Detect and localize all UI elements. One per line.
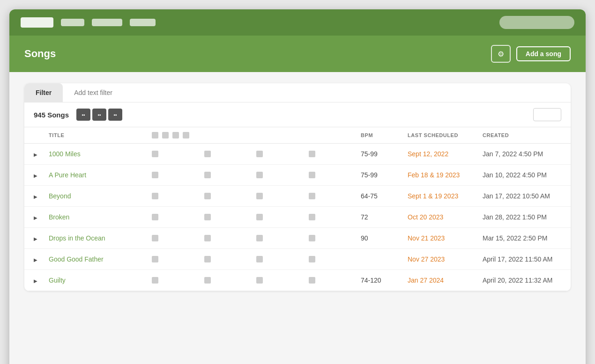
expand-arrow-a-pure-heart[interactable]: ▶ (34, 173, 37, 178)
tab-add-text-filter[interactable]: Add text filter (63, 83, 124, 102)
nav-link-1[interactable] (61, 19, 84, 26)
row-expand-drops-in-the-ocean[interactable]: ▶ (24, 228, 43, 249)
settings-button[interactable]: ⚙ (491, 45, 511, 63)
row-title-good-good-father: Good Good Father (43, 249, 146, 270)
col-created-header[interactable]: CREATED (477, 127, 571, 144)
song-icon3-broken (256, 214, 263, 220)
nav-link-2[interactable] (92, 19, 122, 26)
table-row: ▶ Broken 72 Oct 20 2023 (24, 207, 571, 228)
row-bpm-beyond: 64-75 (355, 186, 402, 207)
song-icon3-guilty (256, 277, 263, 284)
row-created-beyond: Jan 17, 2022 10:50 AM (477, 186, 571, 207)
row-icon4-drops-in-the-ocean (303, 228, 356, 249)
col-title-header[interactable]: TITLE (43, 127, 146, 144)
row-icon1-broken (146, 207, 199, 228)
table-row: ▶ Guilty 74-120 Jan 27 2024 (24, 270, 571, 291)
scheduled-value-broken: Oct 20 2023 (408, 213, 443, 221)
row-expand-good-good-father[interactable]: ▶ (24, 249, 43, 270)
row-icon2-beyond (199, 186, 251, 207)
scheduled-value-1000-miles: Sept 12, 2022 (408, 150, 448, 158)
song-link-drops-in-the-ocean[interactable]: Drops in the Ocean (49, 234, 105, 242)
song-icon4-drops-in-the-ocean (309, 235, 315, 241)
row-scheduled-guilty: Jan 27 2024 (402, 270, 477, 291)
view-toggles: ▪▪ ▪▪ ▪▪ (76, 109, 122, 121)
icon-col-3 (172, 132, 179, 138)
nav-cta[interactable] (499, 16, 574, 29)
nav-link-3[interactable] (130, 19, 156, 26)
row-bpm-a-pure-heart: 75-99 (355, 165, 402, 186)
search-input[interactable] (533, 108, 561, 121)
created-value-good-good-father: April 17, 2022 11:50 AM (483, 255, 552, 263)
col-bpm-header[interactable]: BPM (355, 127, 402, 144)
song-link-guilty[interactable]: Guilty (49, 277, 66, 284)
expand-arrow-good-good-father[interactable]: ▶ (34, 257, 37, 262)
row-icon2-guilty (199, 270, 251, 291)
songs-table: TITLE BPM LAST SCHEDULED CREATED (24, 127, 571, 291)
row-icon2-drops-in-the-ocean (199, 228, 251, 249)
song-icon3-1000-miles (256, 151, 263, 157)
row-bpm-drops-in-the-ocean: 90 (355, 228, 402, 249)
songs-count-label: 945 Songs (34, 111, 69, 119)
row-icon1-drops-in-the-ocean (146, 228, 199, 249)
row-expand-beyond[interactable]: ▶ (24, 186, 43, 207)
header-actions: ⚙ Add a song (491, 45, 571, 63)
view-toggle-compact[interactable]: ▪▪ (108, 109, 122, 121)
gear-icon: ⚙ (498, 50, 504, 58)
song-link-a-pure-heart[interactable]: A Pure Heart (49, 171, 86, 179)
table-row: ▶ A Pure Heart 75-99 Feb 18 & 19 2023 (24, 165, 571, 186)
row-icon3-broken (251, 207, 303, 228)
nav-left (21, 17, 156, 28)
row-scheduled-a-pure-heart: Feb 18 & 19 2023 (402, 165, 477, 186)
song-icon3-drops-in-the-ocean (256, 235, 263, 241)
song-icon3-good-good-father (256, 256, 263, 262)
filter-tabs: Filter Add text filter (24, 83, 571, 102)
song-link-beyond[interactable]: Beyond (49, 192, 71, 200)
row-expand-broken[interactable]: ▶ (24, 207, 43, 228)
row-title-drops-in-the-ocean: Drops in the Ocean (43, 228, 146, 249)
row-expand-1000-miles[interactable]: ▶ (24, 144, 43, 165)
row-icon4-guilty (303, 270, 356, 291)
expand-arrow-broken[interactable]: ▶ (34, 215, 37, 220)
col-scheduled-header[interactable]: LAST SCHEDULED (402, 127, 477, 144)
song-icon4-broken (309, 214, 315, 220)
expand-arrow-guilty[interactable]: ▶ (34, 278, 37, 284)
row-icon3-guilty (251, 270, 303, 291)
tab-filter[interactable]: Filter (24, 83, 63, 102)
bpm-value-1000-miles: 75-99 (361, 150, 378, 158)
row-expand-a-pure-heart[interactable]: ▶ (24, 165, 43, 186)
expand-arrow-drops-in-the-ocean[interactable]: ▶ (34, 236, 37, 241)
song-icon4-1000-miles (309, 151, 315, 157)
main-content: Filter Add text filter 945 Songs ▪▪ ▪▪ ▪… (9, 72, 586, 302)
view-toggle-list[interactable]: ▪▪ (92, 109, 106, 121)
expand-arrow-beyond[interactable]: ▶ (34, 194, 37, 199)
filter-panel: Filter Add text filter 945 Songs ▪▪ ▪▪ ▪… (24, 83, 571, 291)
row-icon2-a-pure-heart (199, 165, 251, 186)
nav-logo[interactable] (21, 17, 53, 28)
table-row: ▶ 1000 Miles 75-99 Sept 12, 2022 (24, 144, 571, 165)
row-icon1-beyond (146, 186, 199, 207)
row-icon1-1000-miles (146, 144, 199, 165)
bpm-value-drops-in-the-ocean: 90 (361, 234, 368, 242)
view-toggle-grid[interactable]: ▪▪ (76, 109, 90, 121)
song-icon4-guilty (309, 277, 315, 284)
song-link-good-good-father[interactable]: Good Good Father (49, 255, 104, 263)
row-scheduled-1000-miles: Sept 12, 2022 (402, 144, 477, 165)
song-icon1-beyond (152, 193, 158, 199)
row-icon4-a-pure-heart (303, 165, 356, 186)
page-title: Songs (24, 48, 56, 60)
row-scheduled-good-good-father: Nov 27 2023 (402, 249, 477, 270)
row-icon1-good-good-father (146, 249, 199, 270)
song-link-broken[interactable]: Broken (49, 213, 69, 221)
row-icon2-1000-miles (199, 144, 251, 165)
row-icon3-a-pure-heart (251, 165, 303, 186)
add-song-button[interactable]: Add a song (516, 46, 571, 61)
song-icon1-1000-miles (152, 151, 158, 157)
row-created-a-pure-heart: Jan 10, 2022 4:50 PM (477, 165, 571, 186)
row-expand-guilty[interactable]: ▶ (24, 270, 43, 291)
row-title-a-pure-heart: A Pure Heart (43, 165, 146, 186)
song-icon3-a-pure-heart (256, 172, 263, 178)
grid-icon: ▪▪ (82, 112, 85, 117)
row-icon4-1000-miles (303, 144, 356, 165)
expand-arrow-1000-miles[interactable]: ▶ (34, 152, 37, 157)
song-link-1000-miles[interactable]: 1000 Miles (49, 150, 81, 158)
